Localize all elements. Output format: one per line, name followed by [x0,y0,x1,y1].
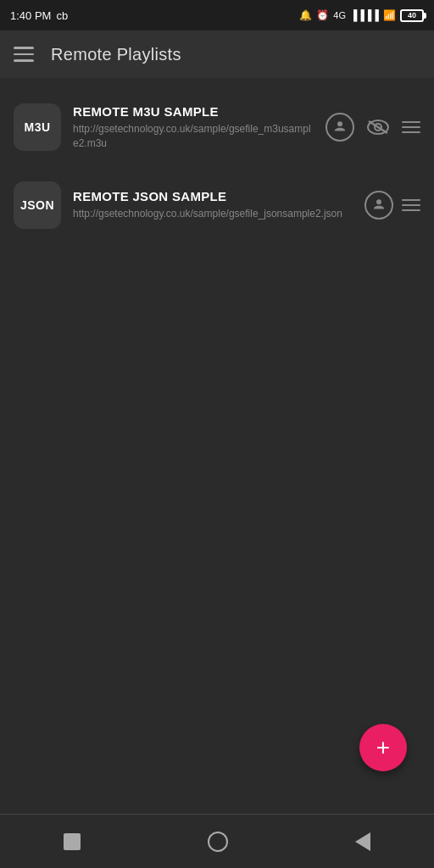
add-playlist-fab[interactable]: + [359,724,407,771]
playlist-info-json: REMOTE JSON SAMPLE http://gsetechnology.… [73,189,353,221]
time-display: 1:40 PM [10,9,51,22]
status-bar: 1:40 PM cb 🔔 ⏰ 4G ▐▐▐▐ 📶 40 [0,0,434,31]
playlist-badge-json: JSON [14,181,61,229]
hamburger-line-1 [14,47,34,49]
options-menu-button-m3u[interactable] [402,121,420,133]
back-icon [355,832,370,851]
svg-point-0 [337,121,342,126]
toolbar: Remote Playlists [0,31,434,78]
status-right: 🔔 ⏰ 4G ▐▐▐▐ 📶 40 [299,9,424,22]
home-button[interactable] [208,832,228,852]
person-svg-m3u [332,120,348,135]
playlist-badge-m3u: M3U [14,103,61,151]
playlist-item-json: JSON REMOTE JSON SAMPLE http://gsetechno… [0,170,434,241]
playlist-name-json: REMOTE JSON SAMPLE [73,189,353,203]
playlist-actions-json [364,191,420,220]
playlist-url-m3u: http://gsetechnology.co.uk/sample/gsefil… [73,122,314,151]
clock-icon: ⏰ [316,9,329,21]
playlist-info-m3u: REMOTE M3U SAMPLE http://gsetechnology.c… [73,104,314,151]
bottom-navigation [0,814,434,868]
person-svg-json [371,198,387,213]
options-menu-button-json[interactable] [402,199,420,211]
playlist-actions-m3u [326,112,420,142]
carrier-display: cb [56,9,68,22]
battery-icon: 40 [400,9,424,22]
content-area: M3U REMOTE M3U SAMPLE http://gsetechnolo… [0,78,434,814]
playlist-url-json: http://gsetechnology.co.uk/sample/gsefil… [73,207,353,221]
playlist-item-m3u: M3U REMOTE M3U SAMPLE http://gsetechnolo… [0,92,434,163]
signal-icon: ▐▐▐▐ [350,9,379,21]
hamburger-menu-button[interactable] [14,47,34,62]
stop-icon [64,833,81,850]
home-icon [208,832,228,852]
alarm-icon: 🔔 [299,9,312,21]
status-left: 1:40 PM cb [10,9,68,22]
hamburger-line-2 [14,53,34,56]
stop-button[interactable] [64,833,81,850]
svg-point-4 [376,199,381,204]
wifi-icon: 📶 [383,9,396,21]
user-icon-m3u[interactable] [326,113,354,142]
playlist-name-m3u: REMOTE M3U SAMPLE [73,104,314,119]
sim-icon: 4G [333,10,346,20]
back-button[interactable] [355,832,370,851]
page-title: Remote Playlists [51,45,181,64]
eye-button-m3u[interactable] [363,112,393,142]
user-icon-json[interactable] [364,191,393,220]
hamburger-line-3 [14,59,34,62]
